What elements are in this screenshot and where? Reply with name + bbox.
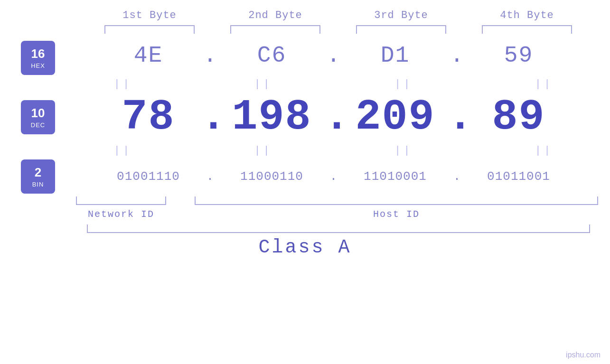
host-bracket	[195, 196, 598, 205]
bin-byte2: 11000110	[220, 169, 324, 184]
badge-hex: 16 HEX	[21, 41, 55, 75]
hex-dot2: .	[324, 43, 343, 68]
bin-row: 01001110 . 11000110 . 11010001 . 0101100…	[66, 169, 610, 184]
sep1-b3: ||	[351, 78, 456, 90]
host-id-label: Host ID	[373, 209, 420, 220]
network-bracket-wrap: Network ID	[66, 196, 176, 220]
bracket-top-2	[230, 25, 320, 34]
host-bracket-wrap: Host ID	[195, 196, 610, 220]
sep-row-2: || || || ||	[66, 141, 610, 159]
sep2-b1: ||	[71, 145, 175, 157]
hex-row: 4E . C6 . D1 . 59	[66, 43, 610, 68]
bin-dot3: .	[448, 169, 467, 184]
byte-headers: 1st Byte 2nd Byte 3rd Byte 4th Byte	[87, 9, 590, 21]
dec-dot3: .	[448, 93, 467, 141]
network-bracket	[76, 196, 166, 205]
sep2-b4: ||	[492, 145, 596, 157]
badge-dec-wrap: 10 DEC	[0, 100, 66, 134]
dec-byte3: 209	[343, 96, 448, 139]
sep-row-1: || || || ||	[66, 75, 610, 93]
byte2-header: 2nd Byte	[223, 9, 328, 21]
class-label: Class A	[258, 237, 351, 258]
hex-byte2: C6	[220, 43, 324, 68]
sep2-b2: ||	[211, 145, 316, 157]
dec-byte4: 89	[467, 96, 571, 139]
class-bracket	[87, 224, 590, 233]
hex-byte1: 4E	[96, 43, 201, 68]
bin-byte1: 01001110	[96, 169, 201, 184]
dec-byte2: 198	[220, 96, 324, 139]
badge-hex-wrap: 16 HEX	[0, 36, 66, 75]
dec-row: 78 . 198 . 209 . 89	[66, 93, 610, 141]
bracket-top-3	[356, 25, 446, 34]
bracket-top-1	[104, 25, 195, 34]
bin-byte3: 11010001	[343, 169, 448, 184]
bin-dot2: .	[324, 169, 343, 184]
badge-bin: 2 BIN	[21, 159, 55, 194]
network-id-label: Network ID	[88, 209, 154, 220]
main-container: 1st Byte 2nd Byte 3rd Byte 4th Byte 16 H…	[0, 0, 610, 364]
byte1-header: 1st Byte	[97, 9, 202, 21]
sep2-b3: ||	[351, 145, 456, 157]
badge-dec: 10 DEC	[21, 100, 55, 134]
bracket-top-4	[482, 25, 572, 34]
top-brackets	[87, 25, 590, 34]
bottom-brackets-area: Network ID Host ID	[0, 196, 610, 220]
byte4-header: 4th Byte	[475, 9, 579, 21]
watermark: ipshu.com	[566, 351, 601, 359]
dec-dot1: .	[201, 93, 220, 141]
class-section: Class A	[0, 224, 610, 258]
dec-byte1: 78	[96, 96, 201, 139]
sep1-b1: ||	[71, 78, 175, 90]
badge-bin-wrap: 2 BIN	[0, 159, 66, 194]
bin-byte4: 01011001	[467, 169, 571, 184]
sep1-b2: ||	[211, 78, 316, 90]
byte3-header: 3rd Byte	[349, 9, 453, 21]
hex-dot3: .	[448, 43, 467, 68]
hex-byte4: 59	[467, 43, 571, 68]
hex-dot1: .	[201, 43, 220, 68]
bin-dot1: .	[201, 169, 220, 184]
hex-byte3: D1	[343, 43, 448, 68]
sep1-b4: ||	[492, 78, 596, 90]
dec-dot2: .	[324, 93, 343, 141]
